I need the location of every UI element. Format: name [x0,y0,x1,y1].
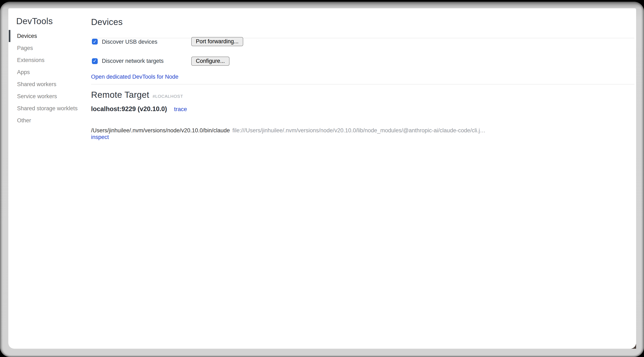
discover-usb-label: Discover USB devices [102,39,157,45]
checkmark-icon: ✓ [93,59,97,63]
section-divider [91,38,634,38]
sidebar-item-shared-workers[interactable]: Shared workers [8,78,91,90]
sidebar-item-label: Apps [17,69,30,75]
process-path-line: /Users/jinhuilee/.nvm/versions/node/v20.… [91,127,628,134]
checkmark-icon: ✓ [93,39,97,44]
discover-network-checkbox[interactable]: ✓ [92,58,98,64]
trace-link[interactable]: trace [174,106,187,112]
section-divider [91,84,634,84]
sidebar-item-label: Service workers [17,93,57,99]
open-node-devtools-link[interactable]: Open dedicated DevTools for Node [91,74,178,80]
port-forwarding-button[interactable]: Port forwarding... [191,37,243,46]
app-title: DevTools [16,16,53,26]
configure-button[interactable]: Configure... [191,56,230,66]
sidebar-nav: Devices Pages Extensions Apps Shared wor… [8,30,91,127]
discover-network-row: ✓ Discover network targets [92,56,164,66]
sidebar-item-label: Extensions [17,57,44,63]
sidebar-item-other[interactable]: Other [8,114,91,127]
sidebar-item-label: Pages [17,45,33,51]
discover-usb-row: ✓ Discover USB devices [92,37,157,46]
sidebar-item-label: Shared storage worklets [17,105,78,112]
page-title: Devices [91,17,123,27]
process-url: file:///Users/jinhuilee/.nvm/versions/no… [232,127,486,133]
content-panel: DevTools Devices Pages Extensions Apps S… [8,8,636,349]
sidebar-item-pages[interactable]: Pages [8,42,91,54]
target-row: localhost:9229 (v20.10.0) trace [91,105,187,113]
sidebar-item-label: Other [17,117,31,124]
sidebar-item-devices[interactable]: Devices [8,30,91,42]
sidebar-item-apps[interactable]: Apps [8,66,91,78]
localhost-badge: #LOCALHOST [152,94,183,99]
remote-target-heading: Remote Target #LOCALHOST [91,90,183,100]
sidebar-item-service-workers[interactable]: Service workers [8,90,91,102]
sidebar-item-extensions[interactable]: Extensions [8,54,91,66]
discover-network-label: Discover network targets [102,58,164,64]
active-item-indicator [8,30,10,42]
process-path: /Users/jinhuilee/.nvm/versions/node/v20.… [91,127,230,133]
discover-usb-checkbox[interactable]: ✓ [92,39,98,45]
sidebar-item-label: Devices [17,33,37,39]
sidebar-item-shared-storage-worklets[interactable]: Shared storage worklets [8,102,91,114]
sidebar-item-label: Shared workers [17,81,56,87]
target-name: localhost:9229 (v20.10.0) [91,105,167,113]
target-details: /Users/jinhuilee/.nvm/versions/node/v20.… [91,127,628,140]
inspect-link[interactable]: inspect [91,134,109,140]
remote-target-title: Remote Target [91,90,149,100]
screenshot-root: DevTools Devices Pages Extensions Apps S… [0,0,644,357]
